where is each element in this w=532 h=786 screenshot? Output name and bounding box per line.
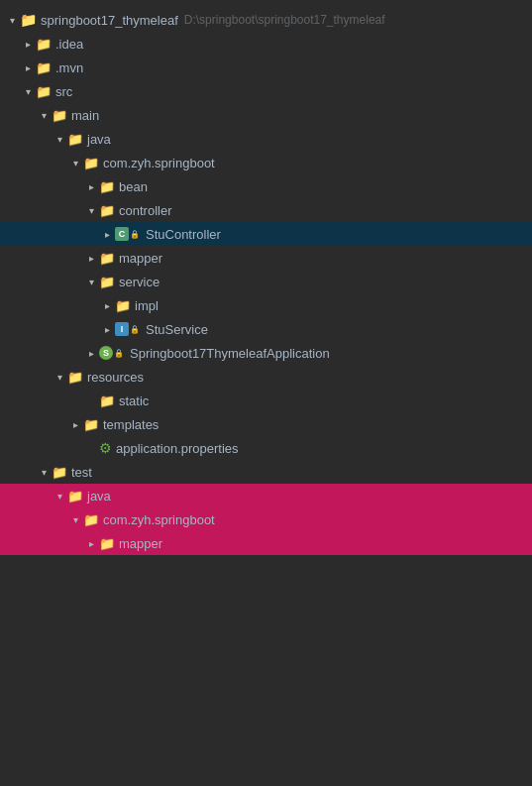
folder-icon: 📁 bbox=[36, 60, 52, 75]
folder-icon: 📁 bbox=[52, 108, 67, 123]
tree-label: StuController bbox=[146, 227, 221, 242]
tree-controller[interactable]: ▾ 📁 controller bbox=[0, 198, 532, 222]
arrow-right-icon: ▸ bbox=[83, 178, 99, 194]
tree-src[interactable]: ▾ 📁 src bbox=[0, 79, 532, 103]
tree-label: application.properties bbox=[116, 441, 239, 456]
arrow-right-icon: ▸ bbox=[83, 535, 99, 551]
tree-mapper[interactable]: ▸ 📁 mapper bbox=[0, 246, 532, 270]
folder-icon: 📁 bbox=[99, 393, 115, 408]
tree-label: main bbox=[71, 108, 99, 123]
tree-test-mapper[interactable]: ▸ 📁 mapper bbox=[0, 531, 532, 555]
tree-label: java bbox=[87, 489, 111, 504]
tree-label: controller bbox=[119, 203, 171, 218]
folder-icon: 📁 bbox=[83, 417, 99, 432]
arrow-down-icon: ▾ bbox=[36, 107, 52, 123]
arrow-right-icon: ▸ bbox=[67, 416, 83, 432]
folder-icon: 📁 bbox=[99, 536, 115, 551]
tree-service[interactable]: ▾ 📁 service bbox=[0, 270, 532, 293]
tree-label: static bbox=[119, 393, 149, 408]
folder-cyan-icon: 📁 bbox=[67, 132, 83, 147]
tree-test-java[interactable]: ▾ 📁 java bbox=[0, 484, 532, 507]
spring-app-icon: S 🔒 bbox=[99, 346, 124, 360]
tree-impl[interactable]: ▸ 📁 impl bbox=[0, 293, 532, 317]
tree-java[interactable]: ▾ 📁 java bbox=[0, 127, 532, 151]
tree-stucontroller[interactable]: ▸ C 🔒 StuController bbox=[0, 222, 532, 246]
tree-idea[interactable]: ▸ 📁 .idea bbox=[0, 32, 532, 56]
tree-bean[interactable]: ▸ 📁 bean bbox=[0, 174, 532, 198]
arrow-right-icon: ▸ bbox=[20, 36, 36, 52]
folder-icon: 📁 bbox=[83, 156, 99, 170]
tree-test-com[interactable]: ▾ 📁 com.zyh.springboot bbox=[0, 507, 532, 531]
folder-icon: 📁 bbox=[36, 37, 52, 52]
tree-label: resources bbox=[87, 370, 144, 385]
tree-label: .mvn bbox=[55, 60, 83, 75]
java-interface-icon: I 🔒 bbox=[115, 322, 140, 336]
folder-icon: 📁 bbox=[99, 251, 115, 266]
tree-label: src bbox=[55, 84, 72, 99]
props-icon: ⚙ bbox=[99, 440, 112, 456]
folder-icon: 📁 bbox=[52, 465, 67, 480]
tree-label: com.zyh.springboot bbox=[103, 156, 215, 170]
tree-label: Springboot17ThymeleafApplication bbox=[130, 346, 330, 361]
arrow-right-icon: ▸ bbox=[20, 59, 36, 75]
tree-label: templates bbox=[103, 417, 159, 432]
folder-cyan-icon: 📁 bbox=[67, 489, 83, 504]
tree-main[interactable]: ▾ 📁 main bbox=[0, 103, 532, 127]
arrow-down-icon: ▾ bbox=[4, 12, 20, 28]
tree-test[interactable]: ▾ 📁 test bbox=[0, 460, 532, 484]
tree-package[interactable]: ▾ 📁 com.zyh.springboot bbox=[0, 151, 532, 174]
arrow-down-icon: ▾ bbox=[83, 274, 99, 289]
arrow-right-icon: ▸ bbox=[99, 321, 115, 337]
folder-icon: 📁 bbox=[99, 179, 115, 194]
folder-resources-icon: 📁 bbox=[67, 370, 83, 385]
project-path: D:\springboot\springboot17_thymeleaf bbox=[184, 13, 385, 27]
arrow-right-icon: ▸ bbox=[83, 345, 99, 361]
tree-stuservice[interactable]: ▸ I 🔒 StuService bbox=[0, 317, 532, 341]
folder-icon: 📁 bbox=[99, 203, 115, 218]
folder-icon: 📁 bbox=[115, 298, 131, 313]
tree-label: service bbox=[119, 275, 160, 289]
folder-icon: 📁 bbox=[36, 84, 52, 99]
tree-root[interactable]: ▾ 📁 springboot17_thymeleaf D:\springboot… bbox=[0, 8, 532, 32]
arrow-right-icon: ▸ bbox=[99, 297, 115, 313]
tree-label: mapper bbox=[119, 536, 162, 551]
tree-label: .idea bbox=[55, 37, 83, 52]
arrow-down-icon: ▾ bbox=[67, 155, 83, 170]
arrow-down-icon: ▾ bbox=[67, 511, 83, 527]
arrow-down-icon: ▾ bbox=[52, 369, 67, 385]
tree-label: test bbox=[71, 465, 92, 480]
arrow-right-icon: ▸ bbox=[83, 250, 99, 266]
tree-templates[interactable]: ▸ 📁 templates bbox=[0, 412, 532, 436]
arrow-down-icon: ▾ bbox=[52, 488, 67, 504]
tree-label: bean bbox=[119, 179, 148, 194]
tree-resources[interactable]: ▾ 📁 resources bbox=[0, 365, 532, 389]
arrow-right-icon: ▸ bbox=[99, 226, 115, 242]
project-name: springboot17_thymeleaf bbox=[41, 13, 178, 28]
tree-mvn[interactable]: ▸ 📁 .mvn bbox=[0, 56, 532, 79]
tree-label: impl bbox=[135, 298, 159, 313]
folder-icon: 📁 bbox=[99, 275, 115, 289]
tree-springbootapp[interactable]: ▸ S 🔒 Springboot17ThymeleafApplication bbox=[0, 341, 532, 365]
tree-appprops[interactable]: ⚙ application.properties bbox=[0, 436, 532, 460]
tree-label: StuService bbox=[146, 322, 208, 337]
arrow-down-icon: ▾ bbox=[20, 83, 36, 99]
arrow-down-icon: ▾ bbox=[83, 202, 99, 218]
arrow-down-icon: ▾ bbox=[52, 131, 67, 147]
arrow-down-icon: ▾ bbox=[36, 464, 52, 480]
tree-label: com.zyh.springboot bbox=[103, 512, 215, 527]
tree-static[interactable]: 📁 static bbox=[0, 389, 532, 412]
file-tree: ▾ 📁 springboot17_thymeleaf D:\springboot… bbox=[0, 0, 532, 563]
project-icon: 📁 bbox=[20, 12, 37, 28]
tree-label: java bbox=[87, 132, 111, 147]
java-class-icon: C 🔒 bbox=[115, 227, 140, 241]
tree-label: mapper bbox=[119, 251, 162, 266]
folder-icon: 📁 bbox=[83, 512, 99, 527]
